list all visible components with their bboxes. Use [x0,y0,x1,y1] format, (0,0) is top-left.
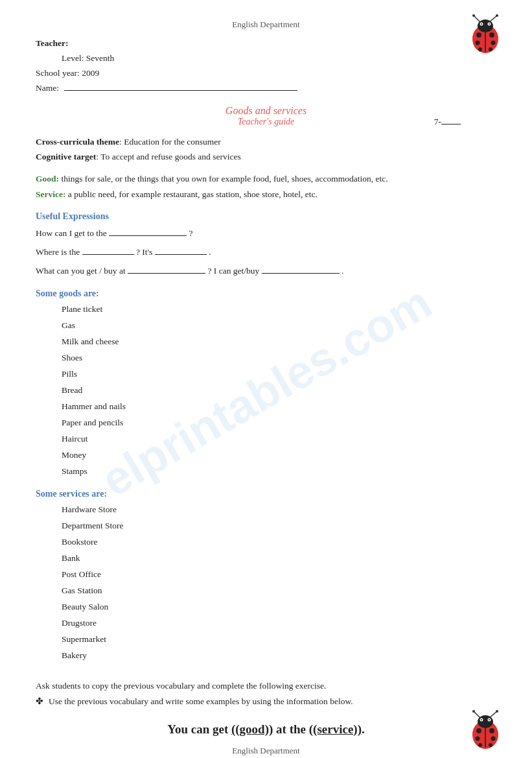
list-item: Post Office [62,567,496,583]
list-item: Milk and cheese [62,334,496,350]
list-item: Hammer and nails [62,399,496,415]
list-item: Paper and pencils [62,415,496,431]
grade-line: 7- [434,117,461,127]
good-text: things for sale, or the things that you … [59,174,388,184]
footer-section: Ask students to copy the previous vocabu… [36,678,496,710]
cross-curricula-section: Cross-curricula theme: Education for the… [36,135,496,165]
list-item: Drugstore [62,615,496,632]
useful-expressions-heading: Useful Expressions [36,211,496,222]
svg-point-3 [496,14,498,17]
cross-curricula-line1: Cross-curricula theme: Education for the… [36,135,496,150]
list-item: Hardware Store [62,502,496,518]
department-label: English Department [232,19,299,29]
grade-label: 7- [434,117,441,126]
list-item: Money [62,447,496,464]
list-item: Gas Station [62,583,496,599]
footer-instruction: Ask students to copy the previous vocabu… [36,678,496,694]
star-icon: ✤ [36,694,43,709]
services-heading: Some services are: [36,489,496,499]
teacher-line: Teacher: [36,36,496,51]
list-item: Haircut [62,431,496,447]
level-line: Level: Seventh [36,51,496,66]
useful-expressions-section: Useful Expressions How can I get to the … [36,211,496,279]
list-item: Shoes [62,350,496,366]
name-underline [64,90,297,91]
list-item: Department Store [62,518,496,534]
service-text: a public need, for example restaurant, g… [65,189,317,199]
blank-5 [262,273,340,274]
svg-point-1 [472,14,475,17]
level-value: Seventh [86,53,115,63]
title-sub: Teacher's guide [36,117,496,127]
service-definition: Service: a public need, for example rest… [36,187,496,202]
list-item: Gas [62,318,496,334]
cross-curricula-label: Cross-curricula theme [36,137,119,147]
list-item: Stamps [62,464,496,480]
star-item: ✤ Use the previous vocabulary and write … [36,694,496,709]
example-sentence: You can get ((good)) at the ((service)). [36,722,496,737]
goods-heading: Some goods are: [36,289,496,299]
list-item: Beauty Salon [62,599,496,615]
services-section: Some services are: Hardware StoreDepartm… [36,489,496,664]
name-line: Name: [36,81,496,96]
expression-line3: What can you get / buy at ? I can get/bu… [36,262,496,279]
cognitive-target-text: : To accept and refuse goods and service… [96,152,240,161]
footer-department: English Department [232,746,299,755]
service-label: Service: [36,189,65,199]
cognitive-target-label: Cognitive target [36,152,96,161]
good-definition: Good: things for sale, or the things tha… [36,171,496,187]
definitions-section: Good: things for sale, or the things tha… [36,171,496,203]
title-section: Goods and services Teacher's guide [36,105,496,127]
star-instruction: Use the previous vocabulary and write so… [49,694,353,709]
cognitive-target-line: Cognitive target: To accept and refuse g… [36,150,496,165]
good-label: Good: [36,174,59,184]
cross-curricula-text: : Education for the consumer [119,137,221,147]
name-label: Name: [36,81,59,96]
list-item: Supermarket [62,632,496,648]
blank-1 [109,235,187,236]
teacher-info: Teacher: Level: Seventh School year: 200… [36,36,496,96]
blank-4 [128,273,205,274]
services-list: Hardware StoreDepartment StoreBookstoreB… [62,502,496,664]
expression-line2: Where is the ? It's . [36,243,496,261]
list-item: Bank [62,551,496,567]
school-year-label: School year: [36,68,80,78]
goods-section: Some goods are: Plane ticketGasMilk and … [36,289,496,480]
level-label: Level: [62,53,84,63]
expression-line1: How can I get to the ? [36,224,496,242]
page-footer: English Department [36,746,496,756]
title-main: Goods and services [36,105,496,117]
goods-list: Plane ticketGasMilk and cheeseShoesPills… [62,302,496,480]
list-item: Pills [62,366,496,383]
page-header: English Department [36,19,496,30]
list-item: Bakery [62,648,496,664]
teacher-label: Teacher: [36,38,69,48]
blank-3 [155,254,207,255]
blank-2 [82,254,134,255]
school-year-value: 2009 [82,68,99,78]
school-year-line: School year: 2009 [36,66,496,81]
list-item: Bookstore [62,534,496,551]
list-item: Bread [62,383,496,399]
list-item: Plane ticket [62,302,496,318]
